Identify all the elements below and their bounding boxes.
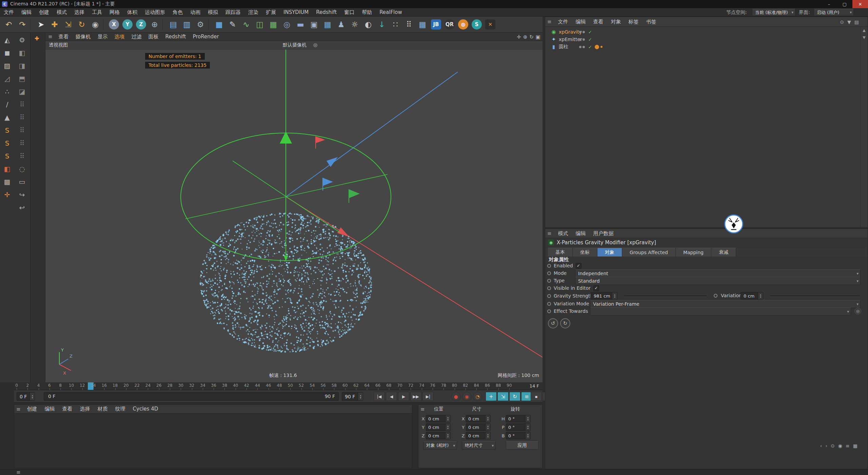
menu-item[interactable]: 工具 — [88, 8, 106, 16]
snap-2d-icon[interactable]: S — [1, 150, 14, 162]
close-button[interactable]: ✕ — [852, 0, 868, 8]
end-frame-field[interactable]: 90 F ▴▾ — [342, 392, 363, 401]
material-menu-item[interactable]: Cycles 4D — [129, 406, 162, 412]
rotation-field[interactable]: 0 °▴▾ — [506, 415, 531, 422]
coord-mode-dropdown[interactable]: 对象 (相对)▾ — [423, 441, 457, 450]
keyframe-dot[interactable] — [547, 302, 551, 306]
camera-picker-icon[interactable]: ◎ — [313, 42, 317, 48]
paint-tool-icon[interactable]: ◧ — [1, 163, 14, 175]
material-icon[interactable]: ◐ — [361, 18, 375, 31]
workplane-mode-icon[interactable]: ◿ — [1, 73, 14, 85]
object-manager-menu-item[interactable]: 编辑 — [572, 19, 590, 25]
snap-icon[interactable]: S — [1, 124, 14, 136]
attribute-manager-menu-item[interactable]: 模式 — [554, 230, 572, 237]
size-field[interactable]: 0 cm▴▾ — [466, 415, 491, 422]
spline-arc-icon[interactable]: ↪ — [16, 189, 28, 201]
material-menu-item[interactable]: 选择 — [76, 406, 94, 412]
lasso-select-icon[interactable]: ◌ — [16, 163, 28, 175]
generator-d-icon[interactable]: ◪ — [16, 86, 28, 98]
panel-menu-icon[interactable]: ≡ — [420, 406, 425, 412]
attribute-manager-menu-item[interactable]: 编辑 — [572, 230, 590, 237]
preset-back-button[interactable]: ↺ — [548, 318, 558, 328]
menu-item[interactable]: RealFlow — [376, 8, 406, 16]
viewport-menu-item[interactable]: Redshift — [162, 34, 190, 40]
size-field[interactable]: 0 cm▴▾ — [466, 432, 491, 439]
rotation-field[interactable]: 0 °▴▾ — [506, 423, 531, 431]
key-scale-toggle[interactable]: ⇲ — [497, 392, 509, 401]
panel-menu-icon[interactable]: ≡ — [48, 34, 53, 40]
dots-grid-b-icon[interactable]: ⠿ — [16, 111, 28, 124]
spline-pen-icon[interactable]: ↩ — [16, 202, 28, 214]
effect-towards-dropdown[interactable]: ▾ — [590, 307, 851, 316]
object-manager-menu-item[interactable]: 文件 — [554, 19, 572, 25]
z-axis-lock-icon[interactable]: Z — [134, 18, 148, 31]
deformer-icon[interactable]: ◎ — [280, 18, 294, 31]
material-menu-item[interactable]: 材质 — [94, 406, 112, 412]
material-menu-item[interactable]: 编辑 — [41, 406, 59, 412]
menu-item[interactable]: 模拟 — [204, 8, 222, 16]
object-manager-scrollbar[interactable]: ▲ ▼ — [860, 27, 868, 227]
spinner[interactable]: ▴▾ — [445, 432, 450, 439]
array-generator-icon[interactable]: ▦ — [267, 18, 280, 31]
point-mode-icon[interactable]: ∴ — [1, 86, 14, 98]
am-search-icon[interactable]: ⊙ — [831, 443, 835, 449]
gravity-strength-field[interactable]: 981 cm ▴▾ — [591, 292, 617, 300]
s-badge-icon[interactable]: S — [470, 18, 484, 31]
om-search-icon[interactable]: ⊙ — [840, 19, 844, 25]
am-lock-icon[interactable]: ◉ — [838, 443, 842, 449]
menu-item[interactable]: INSYDIUM — [280, 8, 312, 16]
add-cube-icon[interactable]: ■ — [212, 18, 226, 31]
edge-mode-icon[interactable]: ∕ — [1, 98, 14, 111]
keyframe-dot[interactable] — [547, 271, 551, 275]
object-name[interactable]: xpEmitter — [559, 37, 576, 42]
position-field[interactable]: 0 cm▴▾ — [426, 415, 451, 422]
menu-item[interactable]: 窗口 — [340, 8, 358, 16]
array-icon[interactable]: ⠿ — [402, 18, 416, 31]
render-view-icon[interactable]: ▤ — [166, 18, 180, 31]
spinner[interactable]: ▴▾ — [29, 393, 35, 400]
jb-badge-icon[interactable]: JB — [429, 18, 443, 31]
tab-groups-affected[interactable]: Groups Affected — [622, 248, 676, 256]
menu-item[interactable]: 运动图形 — [141, 8, 169, 16]
key-position-toggle[interactable]: + — [486, 392, 497, 401]
record-button[interactable]: ● — [451, 392, 460, 401]
spinner[interactable]: ▴▾ — [485, 415, 490, 422]
keyframe-selection-button[interactable]: ◉ — [462, 392, 471, 401]
polygon-mode-icon[interactable]: ▲ — [1, 111, 14, 124]
menu-item[interactable]: 创建 — [35, 8, 53, 16]
keyframe-dot[interactable] — [547, 264, 551, 268]
model-mode-icon[interactable]: ◼ — [1, 47, 14, 59]
position-field[interactable]: 0 cm▴▾ — [426, 423, 451, 431]
apply-button[interactable]: 应用 — [506, 441, 538, 450]
menu-item[interactable]: 扩展 — [262, 8, 280, 16]
rect-select-icon[interactable]: ▭ — [16, 176, 28, 188]
variation-slider[interactable] — [770, 296, 860, 297]
spinner[interactable]: ▴▾ — [445, 424, 450, 431]
menu-item[interactable]: 网格 — [106, 8, 123, 16]
menu-item[interactable]: 动画 — [186, 8, 204, 16]
object-manager-menu-item[interactable]: 书签 — [643, 19, 660, 25]
generator-a-icon[interactable]: ◧ — [16, 47, 28, 59]
spinner[interactable]: ▴▾ — [358, 393, 363, 400]
panel-menu-icon[interactable]: ≡ — [16, 469, 21, 475]
gravity-strength-slider[interactable] — [624, 296, 707, 297]
menu-item[interactable]: 选择 — [71, 8, 88, 16]
goto-end-button[interactable]: ▶| — [422, 392, 434, 401]
spinner[interactable]: ▴▾ — [445, 415, 450, 422]
render-settings-icon[interactable]: ⚙ — [194, 18, 207, 31]
attribute-manager-menu-item[interactable]: 用户数据 — [590, 230, 617, 237]
camera-icon[interactable]: ▣ — [307, 18, 321, 31]
size-field[interactable]: 0 cm▴▾ — [466, 423, 491, 431]
start-frame-field[interactable]: 0 F ▴▾ — [17, 392, 35, 401]
variation-mode-dropdown[interactable]: Variation Per-Frame▾ — [590, 300, 861, 308]
variation-field[interactable]: 0 cm ▴▾ — [741, 292, 763, 300]
menu-item[interactable]: 跟踪器 — [222, 8, 244, 16]
scale-tool-icon[interactable]: ⇲ — [61, 18, 75, 31]
viewport-panel[interactable]: ≡ 查看摄像机显示选项过滤面板RedshiftProRender ✛⊕↻▣ 透视… — [45, 33, 542, 382]
previous-frame-button[interactable]: ◀ — [386, 392, 397, 401]
camera-label[interactable]: 默认摄像机 — [283, 42, 307, 48]
make-editable-icon[interactable]: ◭ — [1, 34, 14, 46]
spinner[interactable]: ▴▾ — [485, 432, 490, 439]
generator-b-icon[interactable]: ◨ — [16, 60, 28, 72]
timeline-ruler[interactable]: 14 F 02468101214161820222426283032343638… — [14, 382, 542, 390]
